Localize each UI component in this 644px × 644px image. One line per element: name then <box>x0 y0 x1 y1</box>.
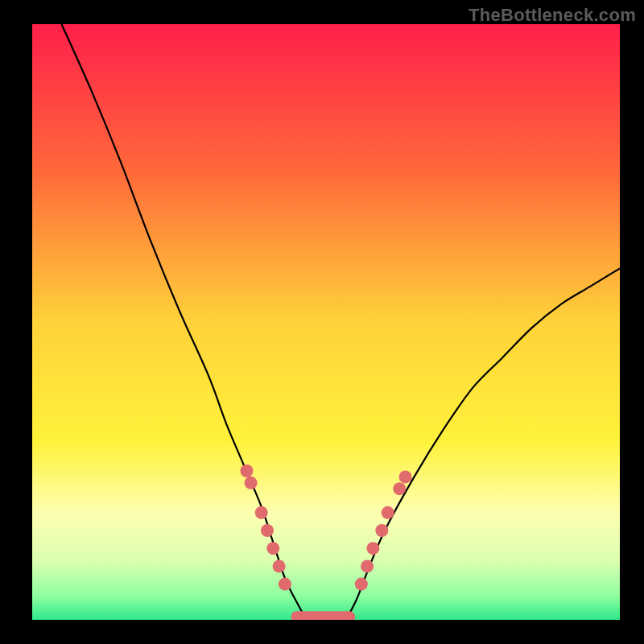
curve-marker <box>261 524 274 537</box>
marker-group-left <box>240 464 291 591</box>
curve-marker <box>240 464 253 477</box>
curve-marker <box>245 477 258 489</box>
marker-group-right <box>355 470 412 590</box>
bottleneck-curve <box>32 24 620 620</box>
watermark-text: TheBottleneck.com <box>469 5 636 26</box>
curve-marker <box>393 482 406 495</box>
chart-frame: TheBottleneck.com <box>0 0 644 644</box>
curve-marker <box>375 524 388 537</box>
curve-path <box>62 24 621 620</box>
curve-marker <box>255 506 268 519</box>
curve-marker <box>382 506 394 519</box>
curve-marker <box>366 542 379 555</box>
curve-marker <box>273 559 286 572</box>
curve-marker <box>399 470 412 483</box>
curve-marker <box>355 578 368 591</box>
curve-marker <box>279 578 291 591</box>
curve-marker <box>266 542 279 555</box>
curve-marker <box>361 559 374 572</box>
plot-area <box>32 24 620 620</box>
